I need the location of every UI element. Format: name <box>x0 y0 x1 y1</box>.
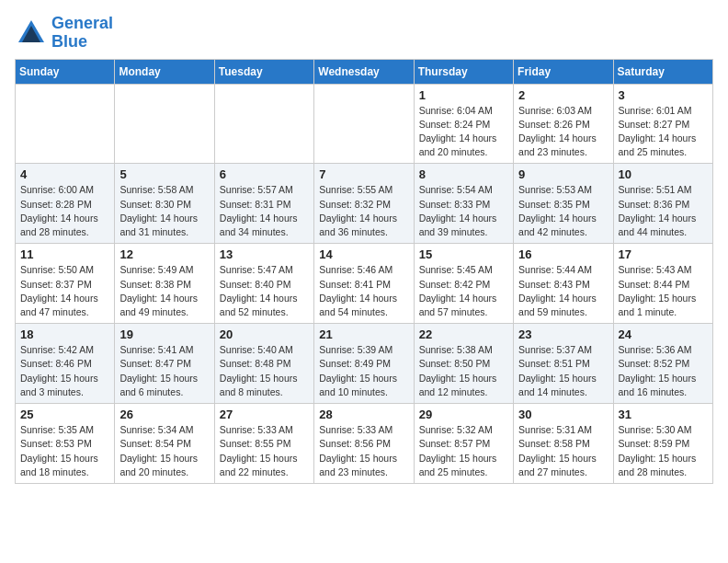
calendar-cell: 11Sunrise: 5:50 AM Sunset: 8:37 PM Dayli… <box>16 244 115 324</box>
day-number: 15 <box>419 247 508 261</box>
calendar-cell: 8Sunrise: 5:54 AM Sunset: 8:33 PM Daylig… <box>414 164 513 244</box>
day-info: Sunrise: 6:04 AM Sunset: 8:24 PM Dayligh… <box>419 104 508 160</box>
day-number: 7 <box>319 167 408 181</box>
day-number: 30 <box>518 408 608 421</box>
day-number: 12 <box>119 247 209 261</box>
page-header: General Blue <box>15 15 713 52</box>
day-number: 23 <box>518 327 608 341</box>
col-header-wednesday: Wednesday <box>314 59 414 84</box>
day-number: 20 <box>220 327 309 341</box>
calendar-cell: 1Sunrise: 6:04 AM Sunset: 8:24 PM Daylig… <box>414 84 513 164</box>
calendar-cell: 5Sunrise: 5:58 AM Sunset: 8:30 PM Daylig… <box>115 164 214 244</box>
day-number: 18 <box>20 327 109 341</box>
day-number: 6 <box>220 167 309 181</box>
calendar-cell: 21Sunrise: 5:39 AM Sunset: 8:49 PM Dayli… <box>314 324 414 404</box>
col-header-sunday: Sunday <box>16 59 115 84</box>
calendar-week-row: 4Sunrise: 6:00 AM Sunset: 8:28 PM Daylig… <box>16 164 713 244</box>
calendar-table: SundayMondayTuesdayWednesdayThursdayFrid… <box>15 59 713 484</box>
calendar-cell: 24Sunrise: 5:36 AM Sunset: 8:52 PM Dayli… <box>613 324 712 404</box>
day-number: 22 <box>419 327 508 341</box>
day-number: 9 <box>518 167 608 181</box>
calendar-cell: 19Sunrise: 5:41 AM Sunset: 8:47 PM Dayli… <box>115 324 214 404</box>
calendar-cell: 7Sunrise: 5:55 AM Sunset: 8:32 PM Daylig… <box>314 164 414 244</box>
day-info: Sunrise: 5:55 AM Sunset: 8:32 PM Dayligh… <box>319 183 408 239</box>
calendar-week-row: 1Sunrise: 6:04 AM Sunset: 8:24 PM Daylig… <box>16 84 713 164</box>
calendar-cell <box>16 84 115 164</box>
calendar-cell: 10Sunrise: 5:51 AM Sunset: 8:36 PM Dayli… <box>613 164 712 244</box>
day-number: 1 <box>419 88 508 102</box>
col-header-saturday: Saturday <box>613 59 712 84</box>
calendar-week-row: 18Sunrise: 5:42 AM Sunset: 8:46 PM Dayli… <box>16 324 713 404</box>
day-info: Sunrise: 5:57 AM Sunset: 8:31 PM Dayligh… <box>220 183 309 239</box>
day-number: 4 <box>20 167 109 181</box>
day-number: 8 <box>419 167 508 181</box>
calendar-cell: 23Sunrise: 5:37 AM Sunset: 8:51 PM Dayli… <box>514 324 613 404</box>
day-info: Sunrise: 5:54 AM Sunset: 8:33 PM Dayligh… <box>419 183 508 239</box>
calendar-cell: 18Sunrise: 5:42 AM Sunset: 8:46 PM Dayli… <box>16 324 115 404</box>
day-info: Sunrise: 5:35 AM Sunset: 8:53 PM Dayligh… <box>20 423 109 479</box>
day-info: Sunrise: 5:33 AM Sunset: 8:56 PM Dayligh… <box>319 423 408 479</box>
calendar-cell: 30Sunrise: 5:31 AM Sunset: 8:58 PM Dayli… <box>514 404 613 484</box>
logo-text: General Blue <box>51 15 113 52</box>
calendar-cell: 4Sunrise: 6:00 AM Sunset: 8:28 PM Daylig… <box>16 164 115 244</box>
calendar-week-row: 11Sunrise: 5:50 AM Sunset: 8:37 PM Dayli… <box>16 244 713 324</box>
day-info: Sunrise: 5:42 AM Sunset: 8:46 PM Dayligh… <box>20 343 109 399</box>
day-info: Sunrise: 5:43 AM Sunset: 8:44 PM Dayligh… <box>619 263 708 319</box>
day-info: Sunrise: 5:46 AM Sunset: 8:41 PM Dayligh… <box>319 263 408 319</box>
day-info: Sunrise: 5:50 AM Sunset: 8:37 PM Dayligh… <box>20 263 109 319</box>
day-info: Sunrise: 5:40 AM Sunset: 8:48 PM Dayligh… <box>220 343 309 399</box>
day-info: Sunrise: 5:58 AM Sunset: 8:30 PM Dayligh… <box>119 183 209 239</box>
col-header-tuesday: Tuesday <box>214 59 313 84</box>
calendar-cell: 9Sunrise: 5:53 AM Sunset: 8:35 PM Daylig… <box>514 164 613 244</box>
day-number: 27 <box>220 408 309 421</box>
day-number: 28 <box>319 408 408 421</box>
day-info: Sunrise: 5:36 AM Sunset: 8:52 PM Dayligh… <box>619 343 708 399</box>
calendar-cell <box>314 84 414 164</box>
calendar-cell: 29Sunrise: 5:32 AM Sunset: 8:57 PM Dayli… <box>414 404 513 484</box>
day-info: Sunrise: 5:32 AM Sunset: 8:57 PM Dayligh… <box>419 423 508 479</box>
day-info: Sunrise: 5:51 AM Sunset: 8:36 PM Dayligh… <box>619 183 708 239</box>
day-number: 29 <box>419 408 508 421</box>
calendar-cell: 15Sunrise: 5:45 AM Sunset: 8:42 PM Dayli… <box>414 244 513 324</box>
calendar-week-row: 25Sunrise: 5:35 AM Sunset: 8:53 PM Dayli… <box>16 404 713 484</box>
day-info: Sunrise: 5:49 AM Sunset: 8:38 PM Dayligh… <box>119 263 209 319</box>
day-info: Sunrise: 5:37 AM Sunset: 8:51 PM Dayligh… <box>518 343 608 399</box>
col-header-monday: Monday <box>115 59 214 84</box>
day-info: Sunrise: 5:33 AM Sunset: 8:55 PM Dayligh… <box>220 423 309 479</box>
day-number: 21 <box>319 327 408 341</box>
day-info: Sunrise: 6:00 AM Sunset: 8:28 PM Dayligh… <box>20 183 109 239</box>
calendar-cell: 12Sunrise: 5:49 AM Sunset: 8:38 PM Dayli… <box>115 244 214 324</box>
day-info: Sunrise: 5:41 AM Sunset: 8:47 PM Dayligh… <box>119 343 209 399</box>
calendar-cell: 16Sunrise: 5:44 AM Sunset: 8:43 PM Dayli… <box>514 244 613 324</box>
calendar-cell: 26Sunrise: 5:34 AM Sunset: 8:54 PM Dayli… <box>115 404 214 484</box>
day-info: Sunrise: 5:34 AM Sunset: 8:54 PM Dayligh… <box>119 423 209 479</box>
day-info: Sunrise: 5:38 AM Sunset: 8:50 PM Dayligh… <box>419 343 508 399</box>
col-header-thursday: Thursday <box>414 59 513 84</box>
calendar-cell <box>115 84 214 164</box>
day-number: 11 <box>20 247 109 261</box>
col-header-friday: Friday <box>514 59 613 84</box>
calendar-cell: 28Sunrise: 5:33 AM Sunset: 8:56 PM Dayli… <box>314 404 414 484</box>
day-info: Sunrise: 5:30 AM Sunset: 8:59 PM Dayligh… <box>619 423 708 479</box>
calendar-cell: 14Sunrise: 5:46 AM Sunset: 8:41 PM Dayli… <box>314 244 414 324</box>
day-number: 25 <box>20 408 109 421</box>
day-number: 10 <box>619 167 708 181</box>
day-number: 26 <box>119 408 209 421</box>
calendar-cell: 17Sunrise: 5:43 AM Sunset: 8:44 PM Dayli… <box>613 244 712 324</box>
day-info: Sunrise: 5:45 AM Sunset: 8:42 PM Dayligh… <box>419 263 508 319</box>
calendar-header-row: SundayMondayTuesdayWednesdayThursdayFrid… <box>16 59 713 84</box>
calendar-cell: 31Sunrise: 5:30 AM Sunset: 8:59 PM Dayli… <box>613 404 712 484</box>
day-number: 3 <box>619 88 708 102</box>
day-number: 31 <box>619 408 708 421</box>
logo-icon <box>15 17 48 50</box>
calendar-cell: 20Sunrise: 5:40 AM Sunset: 8:48 PM Dayli… <box>214 324 313 404</box>
calendar-cell: 25Sunrise: 5:35 AM Sunset: 8:53 PM Dayli… <box>16 404 115 484</box>
day-number: 5 <box>119 167 209 181</box>
day-info: Sunrise: 5:47 AM Sunset: 8:40 PM Dayligh… <box>220 263 309 319</box>
day-number: 17 <box>619 247 708 261</box>
day-info: Sunrise: 5:39 AM Sunset: 8:49 PM Dayligh… <box>319 343 408 399</box>
day-number: 19 <box>119 327 209 341</box>
calendar-cell: 27Sunrise: 5:33 AM Sunset: 8:55 PM Dayli… <box>214 404 313 484</box>
calendar-cell: 13Sunrise: 5:47 AM Sunset: 8:40 PM Dayli… <box>214 244 313 324</box>
day-number: 14 <box>319 247 408 261</box>
